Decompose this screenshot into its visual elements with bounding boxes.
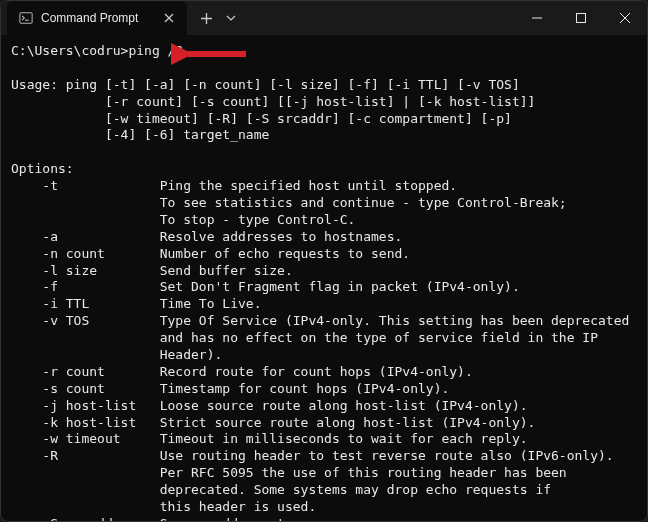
terminal-window: Command Prompt C:\Users\codru>ping /? Us… xyxy=(0,0,648,522)
tab-dropdown-button[interactable] xyxy=(221,3,241,33)
maximize-button[interactable] xyxy=(559,1,603,35)
tab-close-button[interactable] xyxy=(161,10,177,26)
tab-command-prompt[interactable]: Command Prompt xyxy=(7,1,187,35)
terminal-output[interactable]: C:\Users\codru>ping /? Usage: ping [-t] … xyxy=(1,35,647,521)
terminal-icon xyxy=(19,11,33,25)
svg-rect-3 xyxy=(577,14,586,23)
tab-title: Command Prompt xyxy=(41,11,153,25)
new-tab-button[interactable] xyxy=(191,3,221,33)
close-window-button[interactable] xyxy=(603,1,647,35)
titlebar: Command Prompt xyxy=(1,1,647,35)
minimize-button[interactable] xyxy=(515,1,559,35)
svg-rect-0 xyxy=(20,13,32,24)
